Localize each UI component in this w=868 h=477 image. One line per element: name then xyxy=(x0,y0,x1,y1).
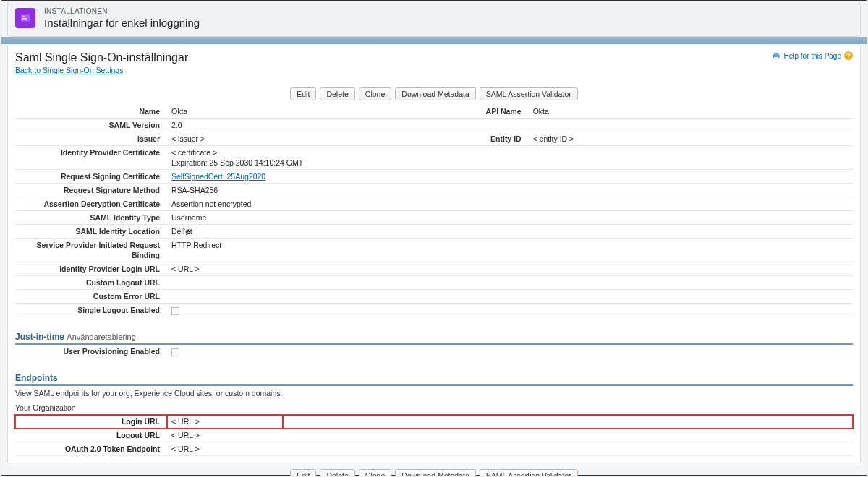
row-sp-init-binding: Service Provider Initiated Request Bindi… xyxy=(15,239,853,262)
label-api-name: API Name xyxy=(442,105,529,119)
help-link[interactable]: Help for this Page ? xyxy=(771,51,854,60)
row-saml-version: SAML Version 2.0 xyxy=(15,119,853,132)
eyebrow: INSTALLATIONEN xyxy=(44,7,200,15)
row-login-url: Login URL < URL > xyxy=(15,415,853,429)
svg-rect-2 xyxy=(22,18,27,19)
checkbox-single-logout xyxy=(171,307,179,315)
row-issuer: Issuer < issuer > Entity ID < entity ID … xyxy=(15,132,853,146)
row-saml-identity-location: SAML Identity Location Delîɇt xyxy=(15,225,853,239)
row-req-sign-cert: Request Signing Certificate SelfSignedCe… xyxy=(15,170,853,184)
header-title: Inställningar för enkel inloggning xyxy=(44,17,200,29)
label-name: Name xyxy=(15,105,167,119)
section-jit-title: Just-in-time xyxy=(15,332,64,342)
value-oauth-token: < URL > xyxy=(167,442,853,456)
endpoints-table: Login URL < URL > Logout URL < URL > OAu… xyxy=(15,415,853,456)
value-logout-url: < URL > xyxy=(167,429,853,442)
link-req-sign-cert[interactable]: SelfSignedCert_25Aug2020 xyxy=(171,172,265,181)
section-jit-sub: Användaretablering xyxy=(67,332,135,341)
clone-button[interactable]: Clone xyxy=(359,87,391,100)
row-custom-error-url: Custom Error URL xyxy=(15,290,853,304)
svg-rect-1 xyxy=(22,16,25,17)
row-single-logout-enabled: Single Logout Enabled xyxy=(15,304,853,317)
row-custom-logout-url: Custom Logout URL xyxy=(15,276,853,290)
endpoints-your-org: Your Organization xyxy=(15,402,853,415)
edit-button-bottom[interactable]: Edit xyxy=(290,469,316,476)
row-name: Name Okta API Name Okta xyxy=(15,105,853,119)
edit-button[interactable]: Edit xyxy=(290,87,316,100)
svg-rect-4 xyxy=(774,53,778,54)
content-panel: Saml Single Sign-On-inställningar Back t… xyxy=(7,46,861,463)
download-metadata-button-bottom[interactable]: Download Metadata xyxy=(395,469,475,476)
saml-validator-button[interactable]: SAML Assertion Validator xyxy=(480,87,578,100)
row-user-provisioning: User Provisioning Enabled xyxy=(15,345,853,358)
setup-icon xyxy=(15,8,35,28)
setup-header-text: INSTALLATIONEN Inställningar för enkel i… xyxy=(44,7,200,29)
saml-validator-button-bottom[interactable]: SAML Assertion Validator xyxy=(480,469,578,476)
setup-header-card: INSTALLATIONEN Inställningar för enkel i… xyxy=(7,1,861,37)
value-idp-cert: < certificate > xyxy=(171,148,217,157)
row-oauth-token: OAuth 2.0 Token Endpoint < URL > xyxy=(15,442,853,456)
value-name: Okta xyxy=(167,105,442,119)
row-assert-decrypt-cert: Assertion Decryption Certificate Asserti… xyxy=(15,197,853,211)
delete-button-bottom[interactable]: Delete xyxy=(320,469,354,476)
endpoints-note: View SAML endpoints for your org, Experi… xyxy=(15,386,853,402)
row-req-sig-method: Request Signature Method RSA-SHA256 xyxy=(15,184,853,197)
value-idp-cert-expiration: Expiration: 25 Sep 2030 14:10:24 GMT xyxy=(171,158,303,167)
row-logout-url: Logout URL < URL > xyxy=(15,429,853,442)
row-saml-identity-type: SAML Identity Type Username xyxy=(15,211,853,225)
value-login-url: < URL > xyxy=(167,415,283,429)
help-label: Help for this Page xyxy=(784,52,842,60)
section-endpoints-title: Endpoints xyxy=(15,363,853,386)
download-metadata-button[interactable]: Download Metadata xyxy=(395,87,475,100)
svg-rect-5 xyxy=(774,57,778,59)
row-idp-login-url: Identity Provider Login URL < URL > xyxy=(15,262,853,276)
button-row-bottom: Edit Delete Clone Download Metadata SAML… xyxy=(15,469,853,476)
value-api-name: Okta xyxy=(529,105,853,119)
divider-bar xyxy=(1,37,867,44)
section-jit: Just-in-time Användaretablering xyxy=(15,322,853,345)
button-row-top: Edit Delete Clone Download Metadata SAML… xyxy=(15,87,853,100)
delete-button[interactable]: Delete xyxy=(320,87,354,100)
help-question-icon: ? xyxy=(844,51,853,60)
row-idp-cert: Identity Provider Certificate < certific… xyxy=(15,146,853,170)
detail-table: Name Okta API Name Okta SAML Version 2.0… xyxy=(15,105,853,317)
checkbox-user-provisioning xyxy=(171,348,179,356)
jit-table: User Provisioning Enabled xyxy=(15,345,853,358)
page-title: Saml Single Sign-On-inställningar xyxy=(15,51,188,64)
clone-button-bottom[interactable]: Clone xyxy=(359,469,391,476)
printer-icon xyxy=(771,51,781,60)
back-link[interactable]: Back to Single Sign-On Settings xyxy=(15,66,123,74)
